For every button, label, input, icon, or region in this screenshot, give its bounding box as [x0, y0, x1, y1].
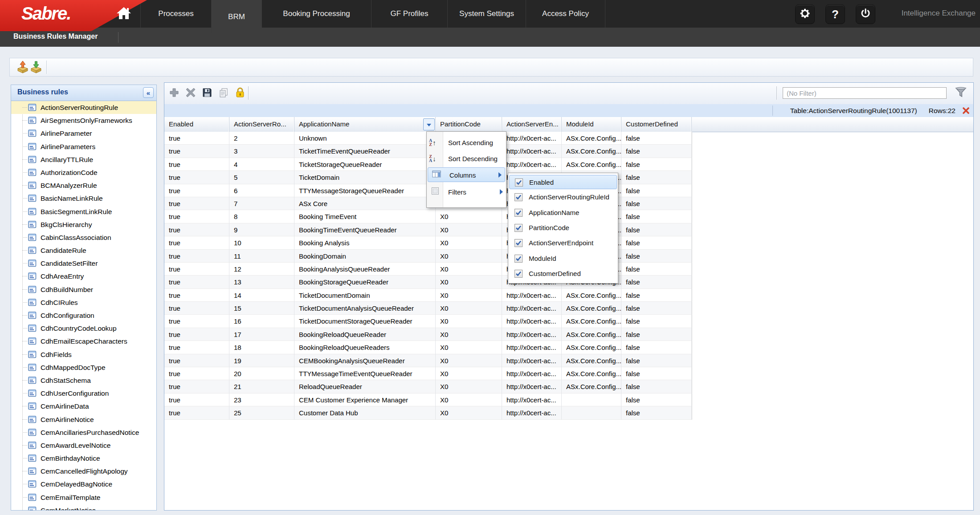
cell-PartitionCode[interactable]: X0	[436, 223, 502, 236]
column-header-Enabled[interactable]: Enabled	[164, 117, 229, 132]
cell-ApplicationName[interactable]: TTYMessageTimeEventQueueReader	[294, 367, 436, 380]
cell-CustomerDefined[interactable]: false	[621, 171, 692, 184]
column-header-ModuleId[interactable]: ModuleId	[562, 117, 621, 132]
cell-Enabled[interactable]: true	[164, 263, 229, 276]
apply-filter-button[interactable]	[955, 87, 967, 100]
checkbox-checked-icon[interactable]	[514, 209, 523, 217]
submenu-item-Enabled[interactable]: Enabled	[509, 175, 617, 189]
sidebar-item-CandidateRule[interactable]: CandidateRule	[11, 244, 156, 257]
cell-ActionServerEn[interactable]: http://x0cert-ac...	[502, 380, 562, 393]
sidebar-item-BasicSegmentLinkRule[interactable]: BasicSegmentLinkRule	[11, 205, 156, 218]
sidebar-item-AuthorizationCode[interactable]: AuthorizationCode	[11, 166, 156, 179]
cell-ActionServerRo[interactable]: 25	[229, 406, 294, 419]
menu-item-sort-ascending[interactable]: AZ↑ Sort Ascending	[427, 134, 506, 150]
cell-ModuleId[interactable]: ASx.Core.Config...	[562, 145, 621, 158]
column-header-ActionServerRo[interactable]: ActionServerRo...	[229, 117, 294, 132]
menu-item-columns[interactable]: Columns	[428, 167, 505, 182]
cell-ActionServerRo[interactable]: 7	[229, 197, 294, 210]
sidebar-item-BkgClsHierarchy[interactable]: BkgClsHierarchy	[11, 218, 156, 231]
cell-ActionServerRo[interactable]: 14	[229, 289, 294, 302]
cell-ActionServerEn[interactable]: http://x0cert-ac...	[502, 354, 562, 367]
nav-tab-access-policy[interactable]: Access Policy	[526, 0, 605, 28]
cell-CustomerDefined[interactable]: false	[621, 145, 692, 158]
sidebar-item-AirlineParameters[interactable]: AirlineParameters	[11, 140, 156, 153]
cell-ModuleId[interactable]: ASx.Core.Config...	[562, 341, 621, 354]
menu-item-sort-descending[interactable]: ZA↓ Sort Descending	[427, 150, 506, 166]
sidebar-item-AncillaryTTLRule[interactable]: AncillaryTTLRule	[11, 153, 156, 166]
cell-Enabled[interactable]: true	[164, 328, 229, 341]
cell-ModuleId[interactable]: ASx.Core.Config...	[562, 302, 621, 315]
add-row-button[interactable]	[168, 87, 180, 100]
cell-ActionServerEn[interactable]: http://x0cert-ac...	[502, 132, 562, 145]
menu-item-filters[interactable]: Filters	[427, 184, 506, 199]
cell-ModuleId[interactable]	[562, 406, 621, 419]
help-button[interactable]: ?	[825, 4, 845, 24]
cell-ModuleId[interactable]: ASx.Core.Config...	[562, 289, 621, 302]
sidebar-item-CdhCountryCodeLookup[interactable]: CdhCountryCodeLookup	[11, 322, 156, 335]
cell-Enabled[interactable]: true	[164, 197, 229, 210]
cell-ModuleId[interactable]: ASx.Core.Config...	[562, 158, 621, 171]
cell-CustomerDefined[interactable]: false	[621, 158, 692, 171]
cell-ActionServerRo[interactable]: 15	[229, 302, 294, 315]
sidebar-item-CabinClassAssociation[interactable]: CabinClassAssociation	[11, 231, 156, 244]
sidebar-item-CemEmailTemplate[interactable]: CemEmailTemplate	[11, 491, 156, 504]
cell-ActionServerRo[interactable]: 3	[229, 145, 294, 158]
cell-ActionServerRo[interactable]: 4	[229, 158, 294, 171]
cell-Enabled[interactable]: true	[164, 250, 229, 263]
cell-CustomerDefined[interactable]: false	[621, 197, 692, 210]
table-row[interactable]: true14TicketDocumentDomainX0http://x0cer…	[164, 289, 692, 302]
cell-ActionServerEn[interactable]: http://x0cert-ac...	[502, 289, 562, 302]
cell-ActionServerEn[interactable]: http://x0cert-ac...	[502, 393, 562, 406]
cell-ApplicationName[interactable]: TicketTimeEventQueueReader	[294, 145, 436, 158]
cell-Enabled[interactable]: true	[164, 171, 229, 184]
sidebar-item-BCMAnalyzerRule[interactable]: BCMAnalyzerRule	[11, 179, 156, 192]
sidebar-item-BasicNameLinkRule[interactable]: BasicNameLinkRule	[11, 192, 156, 205]
cell-Enabled[interactable]: true	[164, 223, 229, 236]
cell-Enabled[interactable]: true	[164, 289, 229, 302]
cell-ActionServerEn[interactable]: http://x0cert-ac...	[502, 341, 562, 354]
table-row[interactable]: true19CEMBookingAnalysisQueueReaderX0htt…	[164, 354, 692, 367]
cell-ApplicationName[interactable]: ReloadQueueReader	[294, 380, 436, 393]
cell-ModuleId[interactable]: ASx.Core.Config...	[562, 315, 621, 328]
cell-Enabled[interactable]: true	[164, 315, 229, 328]
sidebar-item-CemAncillariesPurchasedNotice[interactable]: CemAncillariesPurchasedNotice	[11, 426, 156, 439]
cell-Enabled[interactable]: true	[164, 132, 229, 145]
cell-ActionServerRo[interactable]: 23	[229, 393, 294, 406]
cell-ApplicationName[interactable]: TicketStorageQueueReader	[294, 158, 436, 171]
cell-ActionServerRo[interactable]: 21	[229, 380, 294, 393]
cell-PartitionCode[interactable]: X0	[436, 289, 502, 302]
sidebar-item-CandidateSetFilter[interactable]: CandidateSetFilter	[11, 257, 156, 270]
cell-Enabled[interactable]: true	[164, 367, 229, 380]
sidebar-item-CemMarketNotice[interactable]: CemMarketNotice	[11, 504, 156, 510]
checkbox-checked-icon[interactable]	[514, 193, 523, 201]
cell-ActionServerEn[interactable]: http://x0cert-ac...	[502, 328, 562, 341]
cell-ModuleId[interactable]: ASx.Core.Config...	[562, 367, 621, 380]
cell-Enabled[interactable]: true	[164, 184, 229, 197]
table-row[interactable]: true20TTYMessageTimeEventQueueReaderX0ht…	[164, 367, 692, 380]
nav-tab-booking-processing[interactable]: Booking Processing	[261, 0, 371, 28]
cell-PartitionCode[interactable]: X0	[436, 328, 502, 341]
cell-ModuleId[interactable]	[562, 393, 621, 406]
cell-Enabled[interactable]: true	[164, 236, 229, 249]
checkbox-checked-icon[interactable]	[514, 239, 523, 247]
checkbox-checked-icon[interactable]	[514, 255, 523, 263]
cell-PartitionCode[interactable]: X0	[436, 341, 502, 354]
cell-ActionServerRo[interactable]: 12	[229, 263, 294, 276]
cell-ActionServerEn[interactable]: http://x0cert-ac...	[502, 145, 562, 158]
cell-CustomerDefined[interactable]: false	[621, 184, 692, 197]
submenu-item-CustomerDefined[interactable]: CustomerDefined	[509, 267, 617, 281]
import-rules-button[interactable]	[29, 61, 43, 74]
cell-ActionServerEn[interactable]: http://x0cert-ac...	[502, 158, 562, 171]
lock-button[interactable]	[234, 87, 246, 100]
cell-CustomerDefined[interactable]: false	[621, 210, 692, 223]
cell-CustomerDefined[interactable]: false	[621, 354, 692, 367]
cell-Enabled[interactable]: true	[164, 158, 229, 171]
sidebar-item-AirSegmentsOnlyFrameworks[interactable]: AirSegmentsOnlyFrameworks	[11, 114, 156, 127]
cell-PartitionCode[interactable]: X0	[436, 406, 502, 419]
cell-PartitionCode[interactable]: X0	[436, 263, 502, 276]
table-row[interactable]: true25Customer Data HubX0http://x0cert-a…	[164, 406, 692, 419]
cell-ActionServerEn[interactable]: http://x0cert-ac...	[502, 406, 562, 419]
cell-ActionServerRo[interactable]: 9	[229, 223, 294, 236]
submenu-item-ApplicationName[interactable]: ApplicationName	[509, 206, 617, 220]
table-row[interactable]: true16TicketDocumentStorageQueueReaderX0…	[164, 315, 692, 328]
